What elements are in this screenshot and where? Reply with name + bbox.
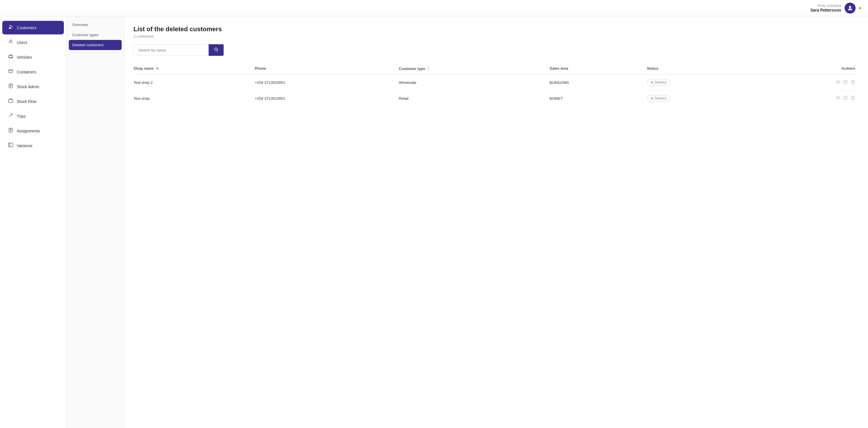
sidebar-assignments-label: Assignments	[17, 129, 40, 133]
sidebar-item-vehicles[interactable]: Vehicles	[2, 50, 64, 64]
svg-rect-8	[9, 84, 12, 88]
cell-sales-area: BUNGOMA	[550, 74, 647, 90]
col-status: Status	[647, 63, 761, 74]
cell-phone: +254 3713510001	[255, 90, 399, 107]
top-header: Proto Solutions Sara Pettersson ▾	[0, 0, 868, 16]
subnav-overview[interactable]: Overview	[66, 20, 124, 30]
svg-point-2	[11, 25, 12, 27]
col-shop-name[interactable]: Shop name ⇅	[133, 63, 255, 74]
table-row: Test shop +254 3713510001 Retail BOMET D…	[133, 90, 859, 107]
svg-point-15	[836, 96, 840, 99]
col-phone: Phone	[255, 63, 399, 74]
sort-icon: ⇅	[156, 67, 159, 70]
stock-admin-icon	[8, 83, 13, 90]
cell-customer-type: Wholesale	[399, 74, 550, 90]
variance-icon	[8, 142, 13, 149]
table-row: Test shop 2 +254 3713520001 Wholesale BU…	[133, 74, 859, 90]
sidebar: Customers Users Vehicles Containers Stoc	[0, 16, 66, 428]
svg-point-14	[837, 81, 839, 82]
col-customer-type: Customer type ⋮	[399, 63, 550, 74]
svg-rect-11	[9, 143, 13, 147]
col-dots-icon[interactable]: ⋮	[426, 66, 431, 71]
main-content: List of the deleted customers 2 customer…	[124, 16, 868, 428]
customers-table: Shop name ⇅ Phone Customer type ⋮ Sales …	[133, 63, 859, 107]
svg-point-1	[9, 25, 11, 27]
delete-icon[interactable]	[851, 95, 855, 101]
sidebar-vehicles-label: Vehicles	[17, 55, 32, 60]
avatar[interactable]	[845, 3, 856, 13]
sidebar-item-customers[interactable]: Customers	[2, 21, 64, 34]
cell-phone: +254 3713520001	[255, 74, 399, 90]
svg-rect-7	[9, 70, 13, 73]
sidebar-item-stock-admin[interactable]: Stock Admin	[2, 80, 64, 93]
cell-customer-type: Retail	[399, 90, 550, 107]
sub-nav: Overview Customer types Deleted customer…	[66, 16, 124, 428]
sidebar-item-assignments[interactable]: Assignments	[2, 124, 64, 138]
sidebar-containers-label: Containers	[17, 70, 36, 74]
user-name: Sara Pettersson	[810, 8, 841, 12]
view-icon[interactable]	[836, 80, 840, 85]
sidebar-stock-flow-label: Stock Flow	[17, 99, 36, 104]
search-input[interactable]	[133, 44, 209, 56]
sidebar-trips-label: Trips	[17, 114, 26, 119]
table-container: Shop name ⇅ Phone Customer type ⋮ Sales …	[133, 63, 859, 107]
edit-icon[interactable]	[843, 95, 848, 101]
col-sales-area: Sales area	[550, 63, 647, 74]
cell-actions	[761, 74, 859, 90]
status-dot	[651, 97, 653, 99]
sidebar-item-users[interactable]: Users	[2, 35, 64, 49]
cell-sales-area: BOMET	[550, 90, 647, 107]
cell-actions	[761, 90, 859, 107]
edit-icon[interactable]	[843, 80, 848, 85]
sidebar-users-label: Users	[17, 40, 27, 45]
stock-flow-icon	[8, 98, 13, 105]
trips-icon	[8, 113, 13, 119]
status-badge: Deleted	[647, 95, 670, 102]
status-badge: Deleted	[647, 79, 670, 86]
sidebar-item-containers[interactable]: Containers	[2, 65, 64, 79]
users-icon	[8, 39, 13, 46]
cell-shop-name: Test shop	[133, 90, 255, 107]
sidebar-item-trips[interactable]: Trips	[2, 109, 64, 123]
delete-icon[interactable]	[851, 80, 855, 85]
cell-status: Deleted	[647, 74, 761, 90]
search-button[interactable]	[209, 44, 224, 56]
svg-rect-9	[9, 99, 13, 103]
svg-point-0	[849, 6, 851, 8]
sidebar-item-variance[interactable]: Variance	[2, 139, 64, 152]
svg-point-3	[10, 40, 11, 41]
col-actions: Actions	[761, 63, 859, 74]
svg-rect-10	[9, 128, 12, 132]
cell-shop-name: Test shop 2	[133, 74, 255, 90]
sidebar-customers-label: Customers	[17, 25, 36, 30]
assignments-icon	[8, 127, 13, 134]
sidebar-item-stock-flow[interactable]: Stock Flow	[2, 94, 64, 108]
search-row	[133, 44, 859, 56]
cell-status: Deleted	[647, 90, 761, 107]
svg-point-16	[837, 97, 839, 98]
sidebar-stock-admin-label: Stock Admin	[17, 84, 39, 89]
page-count: 2 customers	[133, 34, 859, 38]
main-layout: Customers Users Vehicles Containers Stoc	[0, 16, 868, 428]
status-dot	[651, 81, 653, 84]
subnav-customer-types[interactable]: Customer types	[66, 30, 124, 40]
containers-icon	[8, 68, 13, 75]
company-name: Proto Solutions	[818, 4, 841, 8]
sidebar-variance-label: Variance	[17, 143, 32, 148]
subnav-deleted-customers[interactable]: Deleted customers	[69, 40, 122, 50]
page-title: List of the deleted customers	[133, 25, 859, 33]
view-icon[interactable]	[836, 95, 840, 101]
svg-point-13	[836, 81, 840, 83]
customers-icon	[8, 24, 13, 31]
svg-point-12	[215, 48, 217, 51]
vehicles-icon	[8, 54, 13, 60]
user-menu-chevron[interactable]: ▾	[859, 6, 861, 10]
